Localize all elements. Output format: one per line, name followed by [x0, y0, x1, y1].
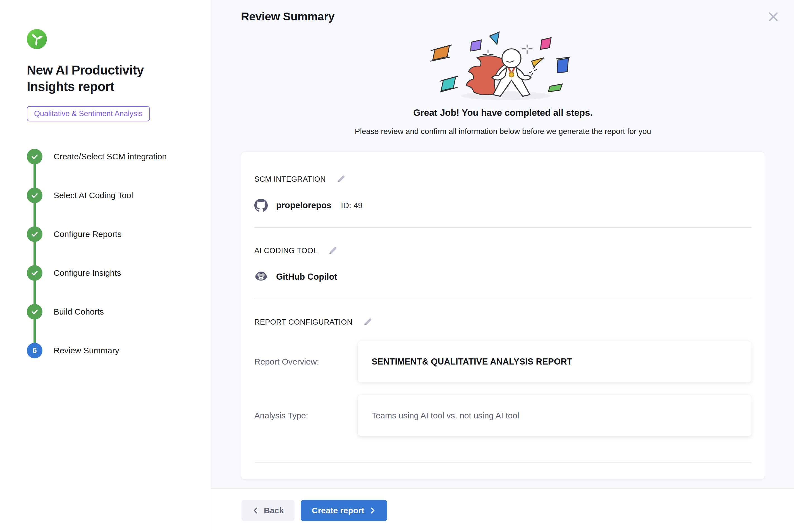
panel-scroll-area[interactable]: Review Summary [211, 0, 794, 489]
report-overview-row: Report Overview: SENTIMENT& QUALITATIVE … [254, 341, 752, 382]
wizard-sidebar: New AI Productivity Insights report Qual… [0, 0, 211, 532]
summary-card: SCM INTEGRATION propelorepos ID: 49 [241, 152, 765, 479]
create-report-button-label: Create report [312, 506, 364, 515]
panel-title: Review Summary [241, 10, 765, 23]
superhero-confetti-illustration [417, 31, 590, 103]
scm-integration-id: ID: 49 [341, 201, 362, 210]
step-configure-insights[interactable]: Configure Insights [27, 265, 186, 281]
github-copilot-icon [254, 270, 268, 284]
step-check-icon [27, 226, 42, 242]
analysis-type-row: Analysis Type: Teams using AI tool vs. n… [254, 395, 752, 436]
wizard-title: New AI Productivity Insights report [27, 62, 186, 95]
scm-integration-name: propelorepos [276, 201, 332, 210]
create-report-button[interactable]: Create report [301, 500, 387, 521]
scm-integration-label: SCM INTEGRATION [254, 175, 326, 184]
back-button[interactable]: Back [242, 500, 295, 521]
propeller-logo [27, 29, 47, 49]
stepper-connector-line [34, 157, 36, 350]
step-select-ai-coding-tool[interactable]: Select AI Coding Tool [27, 188, 186, 203]
analysis-type-label: Analysis Type: [254, 411, 358, 420]
close-icon [768, 11, 779, 23]
chevron-right-icon [369, 507, 376, 514]
report-configuration-label: REPORT CONFIGURATION [254, 318, 353, 327]
wizard-stepper: Create/Select SCM integration Select AI … [27, 149, 186, 358]
close-button[interactable] [765, 9, 781, 24]
step-number-badge: 6 [27, 343, 42, 358]
step-check-icon [27, 188, 42, 203]
congrats-heading: Great Job! You have completed all steps. [241, 108, 765, 118]
step-review-summary[interactable]: 6 Review Summary [27, 343, 186, 358]
pencil-icon [363, 317, 373, 327]
section-divider [254, 462, 752, 462]
step-label: Configure Reports [54, 229, 121, 239]
step-check-icon [27, 149, 42, 165]
section-divider [254, 299, 752, 299]
app-window: New AI Productivity Insights report Qual… [0, 0, 794, 532]
congrats-subheading: Please review and confirm all informatio… [241, 127, 765, 136]
step-label: Create/Select SCM integration [54, 152, 167, 162]
github-icon [254, 199, 268, 212]
pencil-icon [328, 245, 338, 255]
review-summary-panel: Review Summary [211, 0, 794, 532]
analysis-type-value: Teams using AI tool vs. not using AI too… [372, 411, 519, 420]
ai-coding-tool-label: AI CODING TOOL [254, 246, 318, 255]
step-label: Select AI Coding Tool [54, 191, 133, 200]
analysis-type-badge: Qualitative & Sentiment Analysis [27, 106, 150, 121]
pencil-icon [336, 174, 346, 184]
report-overview-label: Report Overview: [254, 357, 358, 366]
step-label: Build Cohorts [54, 307, 104, 317]
step-label: Configure Insights [54, 268, 121, 278]
step-label: Review Summary [54, 346, 119, 355]
step-configure-reports[interactable]: Configure Reports [27, 226, 186, 242]
ai-coding-tool-name: GitHub Copilot [276, 272, 337, 282]
step-build-cohorts[interactable]: Build Cohorts [27, 304, 186, 320]
step-check-icon [27, 304, 42, 320]
section-divider [254, 227, 752, 228]
wizard-footer: Back Create report [211, 489, 794, 532]
back-button-label: Back [264, 506, 284, 515]
step-create-select-scm-integration[interactable]: Create/Select SCM integration [27, 149, 186, 165]
step-check-icon [27, 265, 42, 281]
report-overview-value: SENTIMENT& QUALITATIVE ANALYSIS REPORT [372, 357, 572, 367]
chevron-left-icon [252, 507, 259, 514]
edit-ai-coding-tool-button[interactable] [327, 245, 338, 256]
edit-report-configuration-button[interactable] [362, 317, 373, 328]
report-overview-value-box: SENTIMENT& QUALITATIVE ANALYSIS REPORT [358, 341, 752, 382]
edit-scm-integration-button[interactable] [335, 174, 346, 185]
analysis-type-value-box: Teams using AI tool vs. not using AI too… [358, 395, 752, 436]
